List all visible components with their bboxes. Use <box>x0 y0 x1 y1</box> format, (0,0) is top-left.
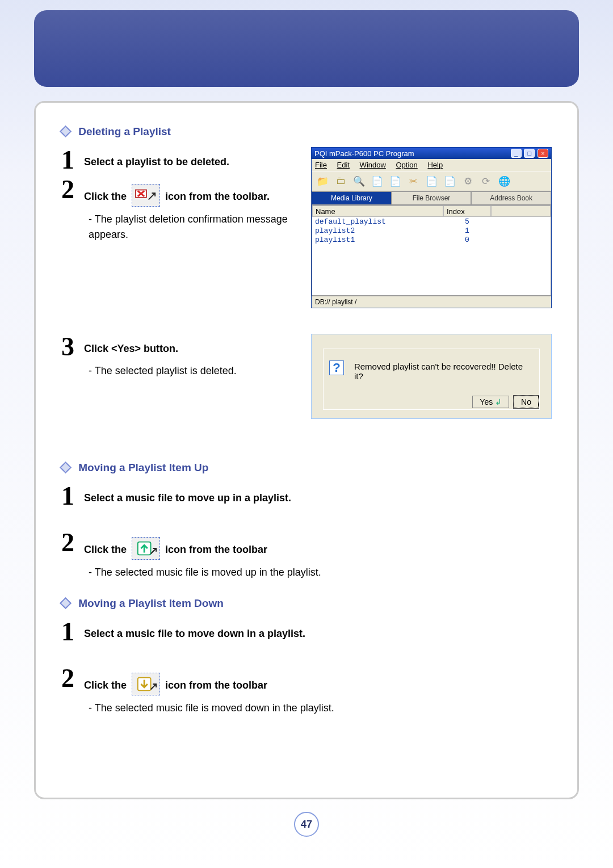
move-down-icon <box>132 673 160 695</box>
menu-option[interactable]: Option <box>396 161 417 169</box>
app-toolbar: 📁 🗀 🔍 📄 📄 ✂ 📄 📄 ⚙ ⟳ 🌐 <box>312 171 551 191</box>
step-sub: - The selected playlist is deleted. <box>61 363 300 379</box>
menu-file[interactable]: File <box>315 161 327 169</box>
col-name[interactable]: Name <box>312 206 443 217</box>
section-title-text: Moving a Playlist Item Down <box>78 597 224 609</box>
cell-index: 5 <box>443 217 491 226</box>
step-text: Click the icon from the toolbar <box>84 530 267 561</box>
step-sub: - The selected music file is moved up in… <box>61 565 552 580</box>
toolbar-icon-10[interactable]: ⟳ <box>478 174 493 188</box>
cell-name: playlist1 <box>312 235 443 244</box>
step-number: 1 <box>61 147 84 173</box>
step-text: Select a music file to move down in a pl… <box>84 619 305 640</box>
toolbar-icon-11[interactable]: 🌐 <box>497 174 511 188</box>
section-title-delete: Deleting a Playlist <box>61 125 552 138</box>
delete-step2-row: 2 Click the icon from the toolbar. <box>61 177 300 208</box>
toolbar-icon-1[interactable]: 📁 <box>315 174 330 188</box>
confirm-dialog: ? Removed playlist can't be recovered!! … <box>311 334 552 419</box>
step2-post: icon from the toolbar. <box>165 191 270 202</box>
step-number: 2 <box>61 177 84 203</box>
toolbar-icon-2[interactable]: 🗀 <box>333 174 348 188</box>
step-number: 3 <box>61 334 84 360</box>
content-frame: Deleting a Playlist 1 Select a playlist … <box>34 101 579 799</box>
menu-edit[interactable]: Edit <box>337 161 350 169</box>
page: Deleting a Playlist 1 Select a playlist … <box>0 0 613 868</box>
menu-window[interactable]: Window <box>360 161 386 169</box>
maximize-button[interactable]: □ <box>524 149 535 158</box>
section-title-text: Moving a Playlist Item Up <box>78 462 208 473</box>
step2-pre: Click the <box>84 680 127 691</box>
tab-media-library[interactable]: Media Library <box>312 191 392 205</box>
toolbar-icon-6[interactable]: ✂ <box>406 174 421 188</box>
move-up-icon <box>132 537 160 560</box>
step2-pre: Click the <box>84 191 127 202</box>
page-number-badge: 47 <box>294 812 319 837</box>
step2-post: icon from the toolbar <box>165 544 267 555</box>
toolbar-icon-3[interactable]: 🔍 <box>351 174 366 188</box>
step-sub: - The selected music file is moved down … <box>61 701 552 716</box>
table-row[interactable]: playlist2 1 <box>312 226 551 235</box>
step-number: 2 <box>61 530 84 556</box>
delete-step3-left: 3 Click <Yes> button. - The selected pla… <box>61 334 300 379</box>
toolbar-icon-8[interactable]: 📄 <box>442 174 457 188</box>
table-row[interactable]: playlist1 0 <box>312 235 551 244</box>
step-text: Click <Yes> button. <box>84 334 178 355</box>
cell-index: 0 <box>443 235 491 244</box>
delete-step3-row: 3 Click <Yes> button. <box>61 334 300 360</box>
step2-post: icon from the toolbar <box>165 680 267 691</box>
diamond-icon <box>60 597 72 609</box>
status-bar: DB:// playlist / <box>312 296 551 308</box>
diamond-icon <box>60 462 72 473</box>
delete-step3-right: ? Removed playlist can't be recovered!! … <box>311 334 552 419</box>
dialog-buttons: Yes ↲ No <box>472 396 539 408</box>
table-row[interactable]: default_playlist 5 <box>312 217 551 226</box>
delete-step3-wrap: 3 Click <Yes> button. - The selected pla… <box>61 334 552 419</box>
step-text: Select a music file to move up in a play… <box>84 483 291 504</box>
col-index[interactable]: Index <box>443 206 491 217</box>
close-button[interactable]: × <box>538 149 548 158</box>
toolbar-icon-4[interactable]: 📄 <box>370 174 384 188</box>
movedown-step2-row: 2 Click the icon from the toolbar <box>61 665 552 697</box>
menu-help[interactable]: Help <box>427 161 443 169</box>
section-title-move-up: Moving a Playlist Item Up <box>61 462 552 474</box>
step-number: 1 <box>61 619 84 645</box>
app-window: PQI mPack-P600 PC Program _ □ × File Edi… <box>311 147 552 308</box>
step-text: Click the icon from the toolbar <box>84 665 267 697</box>
toolbar-icon-5[interactable]: 📄 <box>388 174 402 188</box>
dialog-message: Removed playlist can't be recovered!! De… <box>354 360 534 381</box>
page-number: 47 <box>301 819 312 831</box>
moveup-step2-row: 2 Click the icon from the toolbar <box>61 530 552 561</box>
app-menu: File Edit Window Option Help <box>312 159 551 171</box>
moveup-step1-row: 1 Select a music file to move up in a pl… <box>61 483 552 509</box>
delete-step1-row: 1 Select a playlist to be deleted. <box>61 147 300 173</box>
section-title-move-down: Moving a Playlist Item Down <box>61 597 552 610</box>
app-tabs: Media Library File Browser Address Book <box>312 191 551 205</box>
question-icon: ? <box>329 360 344 375</box>
step-number: 2 <box>61 665 84 691</box>
tab-file-browser[interactable]: File Browser <box>392 191 472 205</box>
header-band <box>34 10 579 87</box>
no-button[interactable]: No <box>514 396 539 408</box>
movedown-step1-row: 1 Select a music file to move down in a … <box>61 619 552 645</box>
cell-index: 1 <box>443 226 491 235</box>
playlist-table: Name Index default_playlist 5 playlist2 … <box>312 205 551 296</box>
delete-playlist-icon <box>132 184 160 207</box>
step-text: Click the icon from the toolbar. <box>84 177 270 208</box>
minimize-button[interactable]: _ <box>511 149 522 158</box>
cell-name: playlist2 <box>312 226 443 235</box>
step2-pre: Click the <box>84 544 127 555</box>
toolbar-icon-9[interactable]: ⚙ <box>460 174 475 188</box>
yes-label: Yes <box>480 397 493 406</box>
step-number: 1 <box>61 483 84 509</box>
enter-icon: ↲ <box>495 397 502 406</box>
cell-name: default_playlist <box>312 217 443 226</box>
app-title: PQI mPack-P600 PC Program <box>314 149 414 158</box>
toolbar-icon-7[interactable]: 📄 <box>424 174 439 188</box>
window-buttons: _ □ × <box>510 149 548 158</box>
step-sub: - The playlist deletion confirmation mes… <box>61 212 300 242</box>
tab-address-book[interactable]: Address Book <box>471 191 551 205</box>
delete-right: PQI mPack-P600 PC Program _ □ × File Edi… <box>311 147 552 308</box>
section-title-text: Deleting a Playlist <box>78 125 171 137</box>
yes-button[interactable]: Yes ↲ <box>472 396 509 408</box>
diamond-icon <box>60 125 72 137</box>
